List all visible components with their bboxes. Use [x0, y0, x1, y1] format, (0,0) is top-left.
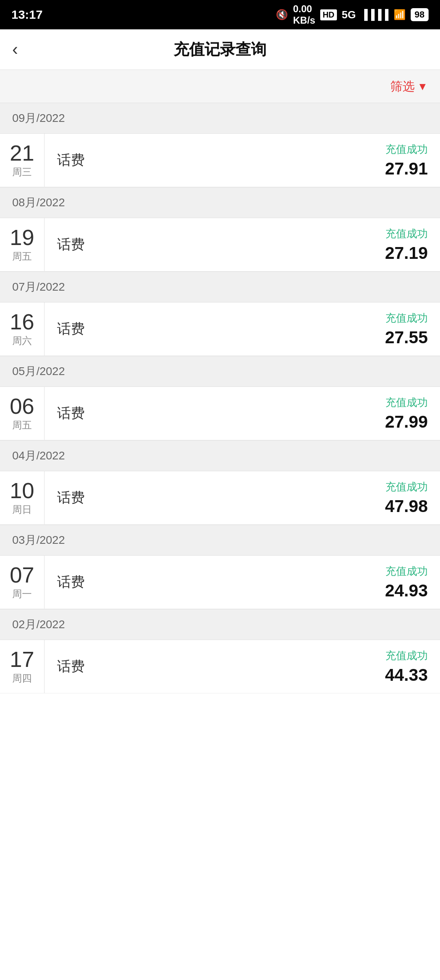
record-day: 10 — [10, 479, 34, 501]
record-amount: 27.91 — [385, 159, 428, 179]
record-date-box: 10 周日 — [0, 471, 45, 524]
status-bar: 13:17 🔇 0.00KB/s HD 5G ▐▐▐▐ 📶 98 — [0, 0, 440, 29]
network-speed: 0.00KB/s — [293, 3, 315, 26]
month-header: 07月/2022 — [0, 271, 440, 302]
record-type: 话费 — [57, 235, 85, 254]
record-type: 话费 — [57, 657, 85, 676]
record-right: 充值成功 27.91 — [385, 142, 428, 179]
month-header: 03月/2022 — [0, 525, 440, 556]
record-content: 话费 充值成功 27.99 — [45, 387, 440, 440]
record-day: 17 — [10, 648, 34, 670]
record-amount: 27.55 — [385, 328, 428, 347]
record-row[interactable]: 06 周五 话费 充值成功 27.99 — [0, 387, 440, 440]
status-icons: 🔇 0.00KB/s HD 5G ▐▐▐▐ 📶 98 — [276, 3, 429, 26]
records-container: 09月/2022 21 周三 话费 充值成功 27.91 08月/2022 19… — [0, 103, 440, 693]
record-content: 话费 充值成功 24.93 — [45, 556, 440, 609]
record-type: 话费 — [57, 488, 85, 507]
filter-button[interactable]: 筛选 ▼ — [390, 78, 428, 95]
record-weekday: 周六 — [12, 334, 32, 347]
record-content: 话费 充值成功 44.33 — [45, 640, 440, 693]
record-status: 充值成功 — [385, 142, 428, 157]
record-day: 07 — [10, 564, 34, 586]
record-date-box: 06 周五 — [0, 387, 45, 440]
record-weekday: 周五 — [12, 250, 32, 263]
record-right: 充值成功 24.93 — [385, 564, 428, 600]
record-type: 话费 — [57, 320, 85, 338]
record-weekday: 周四 — [12, 672, 32, 685]
record-date-box: 07 周一 — [0, 556, 45, 609]
record-weekday: 周三 — [12, 166, 32, 179]
record-date-box: 16 周六 — [0, 302, 45, 355]
record-date-box: 19 周五 — [0, 218, 45, 271]
record-row[interactable]: 16 周六 话费 充值成功 27.55 — [0, 302, 440, 356]
record-date-box: 17 周四 — [0, 640, 45, 693]
record-amount: 44.33 — [385, 665, 428, 685]
record-content: 话费 充值成功 47.98 — [45, 472, 440, 524]
filter-label: 筛选 — [390, 78, 415, 95]
record-row[interactable]: 19 周五 话费 充值成功 27.19 — [0, 218, 440, 271]
record-amount: 24.93 — [385, 581, 428, 600]
record-day: 19 — [10, 226, 34, 248]
month-header: 05月/2022 — [0, 356, 440, 387]
record-weekday: 周一 — [12, 587, 32, 600]
record-row[interactable]: 21 周三 话费 充值成功 27.91 — [0, 134, 440, 187]
record-content: 话费 充值成功 27.55 — [45, 303, 440, 355]
record-right: 充值成功 44.33 — [385, 649, 428, 685]
record-amount: 27.19 — [385, 243, 428, 263]
network-5g: 5G — [342, 9, 356, 21]
record-right: 充值成功 27.55 — [385, 311, 428, 347]
record-row[interactable]: 10 周日 话费 充值成功 47.98 — [0, 471, 440, 525]
record-weekday: 周五 — [12, 419, 32, 432]
record-status: 充值成功 — [385, 480, 428, 494]
record-day: 21 — [10, 142, 34, 164]
filter-icon: ▼ — [417, 80, 428, 93]
mute-icon: 🔇 — [276, 9, 288, 20]
record-day: 06 — [10, 395, 34, 417]
record-status: 充值成功 — [385, 395, 428, 410]
record-row[interactable]: 17 周四 话费 充值成功 44.33 — [0, 640, 440, 693]
record-status: 充值成功 — [385, 311, 428, 325]
record-day: 16 — [10, 311, 34, 333]
record-content: 话费 充值成功 27.19 — [45, 219, 440, 271]
filter-bar: 筛选 ▼ — [0, 70, 440, 103]
back-button[interactable]: ‹ — [12, 40, 18, 59]
wifi-icon: 📶 — [394, 9, 406, 20]
record-content: 话费 充值成功 27.91 — [45, 134, 440, 187]
month-header: 04月/2022 — [0, 440, 440, 471]
record-row[interactable]: 07 周一 话费 充值成功 24.93 — [0, 556, 440, 609]
month-header: 09月/2022 — [0, 103, 440, 134]
record-amount: 47.98 — [385, 497, 428, 516]
record-status: 充值成功 — [385, 564, 428, 578]
status-time: 13:17 — [11, 8, 43, 22]
battery: 98 — [411, 8, 429, 21]
month-header: 08月/2022 — [0, 187, 440, 218]
record-type: 话费 — [57, 573, 85, 592]
record-status: 充值成功 — [385, 227, 428, 241]
record-status: 充值成功 — [385, 649, 428, 663]
record-amount: 27.99 — [385, 412, 428, 432]
record-type: 话费 — [57, 404, 85, 423]
record-right: 充值成功 27.19 — [385, 227, 428, 263]
record-weekday: 周日 — [12, 503, 32, 516]
month-header: 02月/2022 — [0, 609, 440, 640]
signal-icon: ▐▐▐▐ — [361, 9, 389, 20]
page-title: 充值记录查询 — [174, 39, 266, 60]
hd-icon: HD — [320, 9, 337, 20]
record-right: 充值成功 27.99 — [385, 395, 428, 432]
record-date-box: 21 周三 — [0, 134, 45, 187]
record-type: 话费 — [57, 151, 85, 170]
page-header: ‹ 充值记录查询 — [0, 29, 440, 70]
record-right: 充值成功 47.98 — [385, 480, 428, 516]
